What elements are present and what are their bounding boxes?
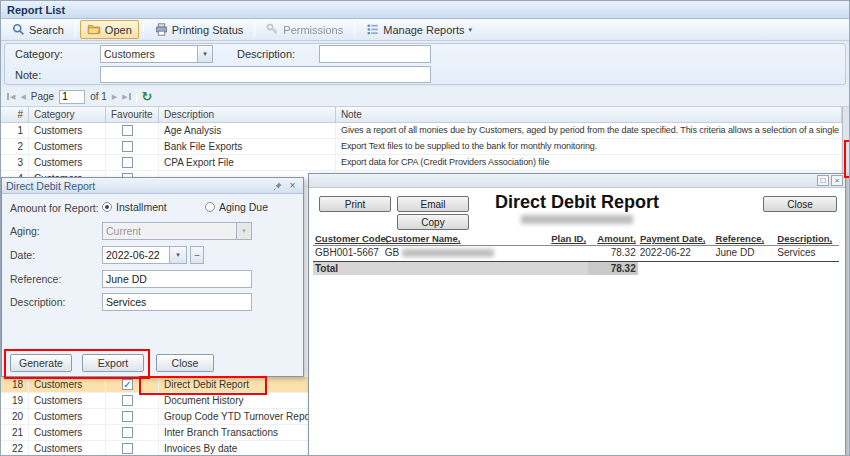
dialog-description-input[interactable]	[102, 293, 252, 311]
pin-icon[interactable]	[271, 180, 284, 192]
row-number: 3	[1, 155, 29, 170]
aging-value: Current	[103, 223, 236, 239]
row-number: 18	[1, 377, 29, 392]
favourite-checkbox[interactable]	[122, 395, 133, 406]
description-input[interactable]	[319, 45, 431, 63]
grid-header: # Category Favourite Description Note	[1, 107, 842, 123]
dialog-title: Direct Debit Report	[6, 180, 269, 192]
date-label: Date:	[10, 249, 35, 261]
close-icon[interactable]: ×	[831, 175, 843, 186]
table-row-selected[interactable]: 18 Customers ✓ Direct Debit Report	[1, 377, 311, 393]
favourite-checkbox[interactable]	[122, 125, 133, 136]
date-clear-icon[interactable]: –	[190, 246, 204, 264]
toolbar-separator	[254, 22, 255, 38]
table-row[interactable]: 2 Customers Bank File Exports Export Tex…	[1, 139, 842, 155]
dialog-title-bar[interactable]: Direct Debit Report ×	[2, 178, 303, 194]
category-dropdown[interactable]: Customers ▾	[100, 45, 213, 63]
row-number: 20	[1, 409, 29, 424]
plan-id-value	[533, 246, 588, 259]
favourite-checkbox-checked[interactable]: ✓	[122, 379, 133, 390]
filter-panel: Category: Customers ▾ Description: Note:	[1, 41, 849, 87]
aging-label: Aging:	[10, 225, 40, 237]
chevron-down-icon: ▾	[236, 223, 251, 239]
row-description: Group Code YTD Turnover Report	[159, 409, 311, 424]
payment-date-value: 2022-06-22	[638, 246, 714, 259]
report-body: Print Email Copy Close Direct Debit Repo…	[309, 188, 845, 456]
page-count-label: of 1	[90, 91, 107, 102]
aging-due-radio[interactable]: Aging Due	[205, 201, 268, 213]
manage-reports-button[interactable]: Manage Reports ▾	[359, 20, 479, 39]
date-input[interactable]	[102, 246, 170, 264]
next-page-button: ▶	[112, 93, 117, 101]
chevron-down-icon[interactable]: ▾	[197, 46, 212, 62]
aging-due-label: Aging Due	[219, 201, 268, 213]
dialog-close-button[interactable]: Close	[156, 354, 214, 372]
prev-page-button: ◀	[20, 93, 25, 101]
toolbar: Search Open Printing Status Permissions …	[1, 19, 849, 41]
favourite-checkbox[interactable]	[122, 443, 133, 454]
category-label: Category:	[15, 48, 63, 60]
note-label: Note:	[15, 69, 41, 81]
reference-input[interactable]	[102, 270, 252, 288]
permissions-label: Permissions	[283, 24, 343, 36]
favourite-checkbox[interactable]	[122, 427, 133, 438]
grid-rows-lower: 18 Customers ✓ Direct Debit Report 19 Cu…	[1, 377, 311, 456]
row-description: Document History	[159, 393, 311, 408]
report-title-bar[interactable]: □ ×	[309, 174, 845, 188]
refresh-icon[interactable]: ↻	[142, 90, 153, 103]
column-header-num[interactable]: #	[1, 107, 29, 122]
favourite-checkbox[interactable]	[122, 411, 133, 422]
row-description: Inter Branch Transactions	[159, 425, 311, 440]
customer-name-value: GB	[383, 246, 533, 259]
redacted-customer-name	[402, 249, 494, 257]
column-header-note[interactable]: Note	[336, 107, 842, 122]
report-col-reference: Reference,	[716, 233, 765, 244]
favourite-checkbox[interactable]	[122, 157, 133, 168]
copy-button[interactable]: Copy	[397, 214, 469, 230]
radio-dot-icon	[205, 202, 215, 212]
row-number: 2	[1, 139, 29, 154]
generate-button[interactable]: Generate	[10, 354, 72, 372]
note-input[interactable]	[100, 66, 431, 83]
restore-icon[interactable]: □	[817, 175, 829, 186]
dialog-body: Amount for Report: Installment Aging Due…	[2, 194, 303, 377]
table-row[interactable]: 19 Customers Document History	[1, 393, 311, 409]
open-folder-icon	[87, 23, 101, 36]
report-col-customer-code: Customer Code,	[315, 233, 388, 244]
table-row[interactable]: 21 Customers Inter Branch Transactions	[1, 425, 311, 441]
printing-status-button[interactable]: Printing Status	[148, 20, 251, 39]
column-header-category[interactable]: Category	[29, 107, 106, 122]
open-button[interactable]: Open	[80, 20, 139, 39]
report-table: Customer Code, Customer Name, Plan ID, A…	[313, 232, 839, 275]
redacted-company-name	[521, 215, 633, 224]
radio-dot-icon	[102, 202, 112, 212]
search-button[interactable]: Search	[5, 20, 71, 39]
favourite-checkbox[interactable]	[122, 141, 133, 152]
table-row[interactable]: 22 Customers Invoices By date	[1, 441, 311, 456]
row-description: Age Analysis	[159, 123, 336, 138]
total-amount: 78.32	[588, 262, 638, 275]
row-description: Direct Debit Report	[159, 377, 311, 392]
export-button[interactable]: Export	[82, 354, 144, 372]
table-row[interactable]: 1 Customers Age Analysis Gives a report …	[1, 123, 842, 139]
page-number-input[interactable]	[59, 90, 85, 104]
key-icon	[266, 23, 279, 36]
direct-debit-dialog: Direct Debit Report × Amount for Report:…	[1, 177, 304, 377]
close-icon[interactable]: ×	[286, 180, 299, 192]
row-number: 19	[1, 393, 29, 408]
chevron-down-icon: ▾	[469, 26, 473, 34]
column-header-description[interactable]: Description	[159, 107, 336, 122]
report-heading: Direct Debit Report	[309, 192, 845, 213]
row-note: Gives a report of all monies due by Cust…	[336, 123, 842, 138]
calendar-dropdown-icon[interactable]: ▾	[169, 246, 187, 264]
table-row[interactable]: 3 Customers CPA Export File Export data …	[1, 155, 842, 171]
row-category: Customers	[29, 139, 106, 154]
table-row[interactable]: 20 Customers Group Code YTD Turnover Rep…	[1, 409, 311, 425]
column-header-favourite[interactable]: Favourite	[106, 107, 159, 122]
open-label: Open	[105, 24, 132, 36]
amount-value: 78.32	[588, 246, 638, 259]
installment-radio[interactable]: Installment	[102, 201, 167, 213]
report-total-row: Total 78.32	[313, 261, 839, 275]
report-col-plan-id: Plan ID,	[551, 233, 586, 244]
report-table-header: Customer Code, Customer Name, Plan ID, A…	[313, 232, 839, 246]
